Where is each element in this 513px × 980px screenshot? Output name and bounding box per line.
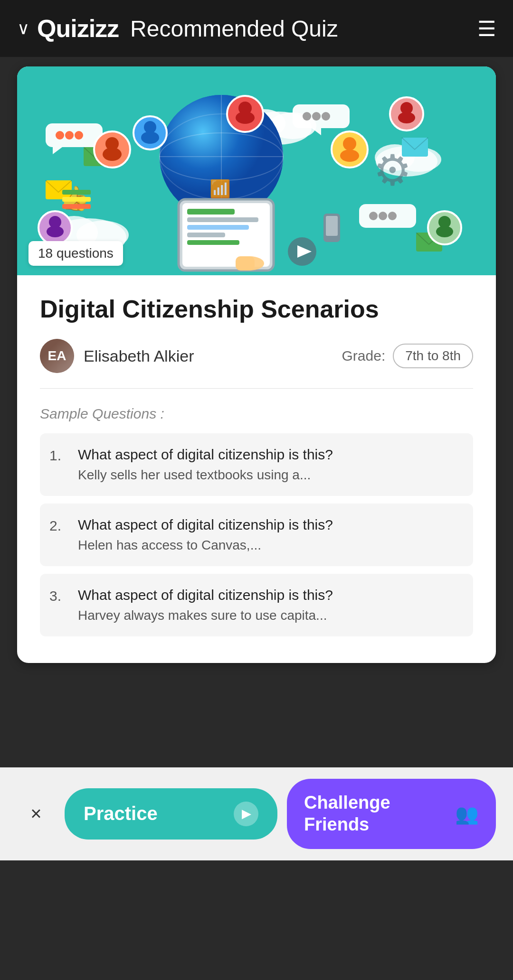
svg-point-27 — [65, 131, 74, 140]
practice-button[interactable]: Practice ▶ — [65, 788, 277, 840]
svg-rect-35 — [359, 204, 416, 228]
svg-point-53 — [340, 149, 359, 162]
question-item-3: 3. What aspect of digital citizenship is… — [40, 574, 473, 636]
svg-point-36 — [369, 212, 378, 220]
svg-point-65 — [236, 112, 255, 124]
question-text-2: What aspect of digital citizenship is th… — [78, 517, 333, 553]
author-row: EA Elisabeth Alkier Grade: 7th to 8th — [40, 339, 473, 373]
svg-rect-69 — [62, 190, 91, 195]
questions-count-badge: 18 questions — [28, 241, 123, 266]
question-number-3: 3. — [49, 587, 68, 604]
friends-icon: 👥 — [455, 803, 479, 825]
svg-point-47 — [103, 148, 122, 161]
svg-point-26 — [56, 131, 64, 140]
question-main-1: What aspect of digital citizenship is th… — [78, 447, 333, 463]
svg-rect-71 — [62, 204, 91, 209]
challenge-label: Challenge Friends — [304, 792, 390, 835]
svg-point-62 — [47, 226, 64, 237]
question-item-2: 2. What aspect of digital citizenship is… — [40, 504, 473, 566]
challenge-friends-button[interactable]: Challenge Friends 👥 — [287, 779, 496, 849]
grade-label: Grade: — [342, 348, 386, 364]
svg-point-52 — [343, 137, 356, 150]
svg-rect-22 — [187, 240, 239, 245]
play-icon: ▶ — [234, 802, 258, 826]
grade-badge: 7th to 8th — [393, 344, 473, 368]
page-title: Recommended Quiz — [130, 16, 338, 42]
svg-rect-73 — [326, 216, 338, 236]
svg-text:📶: 📶 — [209, 178, 231, 199]
svg-point-28 — [75, 131, 83, 140]
question-item-1: 1. What aspect of digital citizenship is… — [40, 433, 473, 496]
svg-point-32 — [312, 112, 321, 121]
question-sub-3: Harvey always makes sure to use capita..… — [78, 608, 333, 623]
spacer — [0, 672, 513, 767]
practice-label: Practice — [84, 803, 158, 824]
quiz-card: ⚙ 📶 — [17, 66, 496, 663]
menu-icon[interactable]: ☰ — [477, 17, 496, 41]
svg-point-37 — [379, 212, 387, 220]
svg-rect-30 — [293, 104, 350, 128]
svg-rect-21 — [187, 233, 225, 237]
question-sub-1: Kelly sells her used textbooks using a..… — [78, 467, 333, 483]
question-number-1: 1. — [49, 447, 68, 464]
svg-rect-25 — [46, 123, 103, 147]
quiz-hero-image: ⚙ 📶 — [17, 66, 496, 275]
close-button[interactable]: × — [17, 795, 55, 833]
grade-area: Grade: 7th to 8th — [342, 344, 473, 368]
chevron-down-icon[interactable]: ∨ — [17, 20, 29, 37]
question-sub-2: Helen has access to Canvas,... — [78, 538, 333, 553]
app-logo: Quizizz — [37, 14, 119, 43]
question-main-2: What aspect of digital citizenship is th… — [78, 517, 333, 533]
svg-rect-70 — [62, 197, 91, 202]
svg-point-56 — [398, 112, 415, 123]
svg-point-33 — [322, 112, 330, 121]
svg-rect-24 — [236, 256, 255, 271]
avatar: EA — [40, 339, 74, 373]
svg-point-59 — [436, 226, 453, 237]
quiz-title: Digital Citizenship Scenarios — [40, 294, 473, 324]
header: ∨ Quizizz Recommended Quiz ☰ — [0, 0, 513, 57]
svg-point-50 — [141, 131, 159, 144]
question-text-1: What aspect of digital citizenship is th… — [78, 447, 333, 483]
divider — [40, 388, 473, 389]
svg-rect-20 — [187, 225, 249, 230]
svg-point-38 — [388, 212, 397, 220]
question-number-2: 2. — [49, 517, 68, 534]
bottom-action-bar: × Practice ▶ Challenge Friends 👥 — [0, 767, 513, 860]
question-text-3: What aspect of digital citizenship is th… — [78, 587, 333, 623]
card-body: Digital Citizenship Scenarios EA Elisabe… — [17, 275, 496, 663]
sample-questions-label: Sample Questions : — [40, 406, 473, 422]
author-name: Elisabeth Alkier — [84, 347, 194, 365]
header-left: ∨ Quizizz Recommended Quiz — [17, 14, 338, 43]
svg-rect-19 — [187, 217, 258, 222]
question-main-3: What aspect of digital citizenship is th… — [78, 587, 333, 603]
svg-point-31 — [303, 112, 311, 121]
svg-rect-18 — [187, 209, 235, 215]
avatar-inner: EA — [40, 339, 74, 373]
svg-text:⚙: ⚙ — [373, 147, 412, 194]
author-info: EA Elisabeth Alkier — [40, 339, 194, 373]
